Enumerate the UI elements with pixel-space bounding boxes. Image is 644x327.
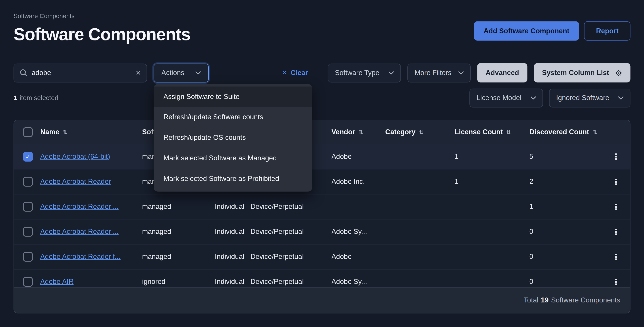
breadcrumb[interactable]: Software Components [14,12,190,20]
software-name-link[interactable]: Adobe Acrobat Reader [40,178,111,186]
search-clear-icon[interactable]: ✕ [135,69,141,76]
row-actions-cell: ⋮ [604,153,630,161]
kebab-menu-icon[interactable]: ⋮ [612,253,620,261]
row-actions-cell: ⋮ [604,178,630,186]
license-type-cell: Individual - Device/Perpetual [215,253,332,261]
row-checkbox-cell [14,202,40,212]
license-type-cell: Individual - Device/Perpetual [215,203,332,211]
license-model-dropdown[interactable]: License Model [469,89,543,107]
clear-filters-link[interactable]: ✕ Clear [282,69,308,77]
chevron-down-icon [618,96,624,100]
table-row: Adobe Acrobat Reader ...managedIndividua… [14,220,630,245]
table-row: Adobe Acrobat ReadermanagedIndividual - … [14,170,630,195]
license-model-label: License Model [476,94,522,102]
ignored-software-label: Ignored Software [556,94,609,102]
report-button[interactable]: Report [584,21,630,41]
selection-summary: 1 item selected [14,94,58,102]
secondary-filter-group: License Model Ignored Software [469,89,630,107]
secondary-filter-row: 1 item selected License Model Ignored So… [14,89,630,107]
discovered-count-cell: 5 [530,153,604,161]
search-input[interactable] [32,69,135,77]
name-cell: Adobe AIR [40,278,142,286]
actions-dropdown[interactable]: Actions [154,63,209,82]
sort-icon[interactable]: ⇅ [62,129,68,135]
select-all-checkbox[interactable] [23,127,33,137]
actions-label: Actions [162,69,184,77]
software-status-cell: managed [142,203,215,211]
header-actions: Add Software Component Report [474,21,630,44]
advanced-button[interactable]: Advanced [478,63,527,82]
more-filters-label: More Filters [414,69,452,77]
selection-label: item selected [20,94,58,102]
row-checkbox[interactable] [23,202,33,212]
system-column-list-label: System Column List [542,69,609,77]
software-components-page: Software Components Software Components … [0,0,644,327]
kebab-menu-icon[interactable]: ⋮ [612,153,620,161]
search-box[interactable]: ✕ [14,63,147,82]
row-checkbox-cell [14,277,40,287]
column-header-label: License Count [454,128,503,136]
ignored-software-dropdown[interactable]: Ignored Software [549,89,630,107]
column-header-label: Name [40,128,59,136]
software-status-cell: managed [142,228,215,236]
kebab-menu-icon[interactable]: ⋮ [612,203,620,211]
more-filters-dropdown[interactable]: More Filters [408,63,471,82]
name-cell: Adobe Acrobat Reader f... [40,253,142,261]
system-column-list-button[interactable]: System Column List ⚙ [534,63,630,82]
row-checkbox[interactable] [23,277,33,287]
discovered-count-cell: 1 [530,203,604,211]
actions-menu-item[interactable]: Refresh/update Software counts [154,107,312,128]
column-header-label: Vendor [332,128,355,136]
total-label: Total [524,296,538,305]
kebab-menu-icon[interactable]: ⋮ [612,278,620,286]
row-actions-cell: ⋮ [604,228,630,236]
total-suffix: Software Components [551,296,620,305]
kebab-menu-icon[interactable]: ⋮ [612,178,620,186]
actions-menu-item[interactable]: Mark selected Software as Managed [154,148,312,169]
software-name-link[interactable]: Adobe Acrobat Reader ... [40,203,119,211]
actions-menu-item[interactable]: Assign Software to Suite [154,87,312,107]
table-header-row: Name⇅Software Status⇅Vendor⇅Category⇅Lic… [14,120,630,144]
chevron-down-icon [196,71,201,75]
clear-label: Clear [290,69,308,77]
row-checkbox[interactable] [23,177,33,187]
row-checkbox[interactable] [23,227,33,237]
kebab-menu-icon[interactable]: ⋮ [612,228,620,236]
column-header-license-count: License Count⇅ [454,128,529,136]
page-title: Software Components [14,24,190,44]
vendor-cell: Adobe Sy... [332,228,385,236]
software-name-link[interactable]: Adobe Acrobat Reader ... [40,228,119,236]
software-status-cell: managed [142,253,215,261]
sort-icon[interactable]: ⇅ [358,129,363,135]
add-software-component-button[interactable]: Add Software Component [474,21,580,41]
sort-icon[interactable]: ⇅ [592,129,597,135]
name-cell: Adobe Acrobat (64-bit) [40,153,142,161]
software-name-link[interactable]: Adobe Acrobat (64-bit) [40,153,110,161]
software-type-label: Software Type [335,69,380,77]
actions-menu: Assign Software to SuiteRefresh/update S… [154,84,312,192]
sort-icon[interactable]: ⇅ [419,129,424,135]
license-count-cell: 1 [454,178,529,186]
row-actions-cell: ⋮ [604,278,630,286]
row-checkbox[interactable] [23,252,33,262]
chevron-down-icon [531,96,536,100]
row-checkbox-cell [14,227,40,237]
software-name-link[interactable]: Adobe AIR [40,278,74,286]
vendor-cell: Adobe [332,253,385,261]
select-all-cell [14,127,40,137]
license-type-cell: Individual - Device/Perpetual [215,228,332,236]
column-header-category: Category⇅ [385,128,454,136]
software-name-link[interactable]: Adobe Acrobat Reader f... [40,253,120,261]
column-header-label: Discovered Count [530,128,589,136]
actions-menu-item[interactable]: Refresh/update OS counts [154,128,312,148]
sort-icon[interactable]: ⇅ [506,129,511,135]
row-checkbox-cell [14,252,40,262]
actions-menu-item[interactable]: Mark selected Software as Prohibited [154,169,312,189]
row-checkbox[interactable]: ✓ [23,152,33,162]
total-count: 19 [541,296,549,305]
chevron-down-icon [459,71,464,75]
search-icon [20,69,28,77]
software-type-dropdown[interactable]: Software Type [328,63,401,82]
table-row: Adobe Acrobat Reader ...managedIndividua… [14,195,630,220]
discovered-count-cell: 0 [530,278,604,286]
